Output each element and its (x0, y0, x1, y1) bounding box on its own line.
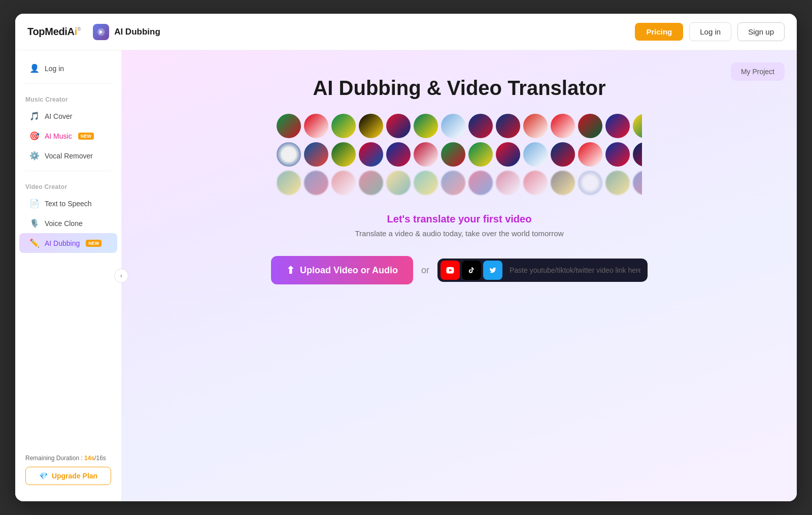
body-wrap: 👤 Log in Music Creator 🎵 AI Cover 🎯 AI M… (15, 50, 797, 501)
sidebar: 👤 Log in Music Creator 🎵 AI Cover 🎯 AI M… (15, 50, 122, 501)
remaining-used: 14s (84, 455, 94, 462)
flag-37 (386, 171, 411, 195)
product-name: AI Dubbing (114, 27, 160, 37)
login-button[interactable]: Log in (689, 22, 731, 41)
subtitle: Let's translate your first video (387, 213, 532, 225)
flag-19 (331, 142, 356, 167)
sidebar-item-vocal-remover[interactable]: ⚙️ Vocal Remover (19, 146, 117, 166)
flag-3 (331, 114, 356, 138)
flags-row-1 (277, 114, 642, 138)
flag-12 (578, 114, 602, 138)
sidebar-item-voice-clone[interactable]: 🎙️ Voice Clone (19, 213, 117, 233)
user-icon: 👤 (29, 63, 40, 73)
sidebar-bottom: Remaining Duration : 14s/16s 💎 Upgrade P… (15, 446, 121, 493)
ai-dubbing-badge: NEW (86, 240, 101, 247)
flag-39 (441, 171, 465, 195)
flags-area (277, 114, 642, 199)
ai-music-label: AI Music (45, 132, 72, 140)
flag-25 (496, 142, 520, 167)
flag-46 (633, 171, 642, 195)
flag-35 (331, 171, 356, 195)
flag-28 (578, 142, 602, 167)
flags-row-2 (277, 142, 642, 167)
flag-24 (468, 142, 493, 167)
flag-36 (359, 171, 383, 195)
header-product: AI Dubbing (93, 24, 160, 40)
sidebar-item-login[interactable]: 👤 Log in (19, 58, 117, 78)
video-creator-section: Video Creator (15, 176, 121, 194)
ai-music-icon: 🎯 (29, 131, 40, 141)
flag-22 (414, 142, 438, 167)
gem-icon: 💎 (39, 472, 48, 480)
divider-1 (25, 83, 111, 84)
vocal-remover-label: Vocal Remover (45, 152, 93, 160)
vocal-icon: ⚙️ (29, 151, 40, 160)
header: TopMediAi® AI Dubbing Pricing Log in Sig… (15, 14, 797, 50)
voice-clone-icon: 🎙️ (29, 218, 40, 228)
flag-9 (496, 114, 520, 138)
signup-button[interactable]: Sign up (737, 22, 785, 41)
flag-20 (359, 142, 383, 167)
app-window: TopMediAi® AI Dubbing Pricing Log in Sig… (15, 14, 797, 501)
pricing-button[interactable]: Pricing (635, 23, 683, 41)
header-actions: Pricing Log in Sign up (635, 22, 785, 41)
flag-4 (359, 114, 383, 138)
remaining-duration: Remaining Duration : 14s/16s (25, 455, 111, 462)
sidebar-login-label: Log in (45, 65, 64, 73)
flag-10 (523, 114, 548, 138)
flag-29 (605, 142, 630, 167)
upload-section: ⬆ Upload Video or Audio or (271, 256, 648, 284)
sidebar-item-text-to-speech[interactable]: 📄 Text to Speech (19, 194, 117, 213)
flags-row-3 (277, 171, 642, 195)
page-title: AI Dubbing & Video Translator (313, 77, 605, 100)
paste-input[interactable] (505, 259, 648, 281)
ai-music-badge: NEW (78, 133, 94, 140)
divider-2 (25, 171, 111, 171)
flag-38 (414, 171, 438, 195)
ai-cover-label: AI Cover (45, 112, 72, 120)
upload-icon: ⬆ (286, 264, 295, 276)
product-icon (93, 24, 109, 40)
flag-2 (304, 114, 328, 138)
flag-27 (551, 142, 575, 167)
dubbing-icon: ✏️ (29, 238, 40, 248)
upgrade-label: Upgrade Plan (52, 472, 97, 480)
flag-41 (496, 171, 520, 195)
flag-45 (605, 171, 630, 195)
flag-33 (277, 171, 301, 195)
text-to-speech-label: Text to Speech (45, 200, 92, 208)
speech-icon: 📄 (29, 199, 40, 208)
flag-5 (386, 114, 411, 138)
flag-7 (441, 114, 465, 138)
flag-11 (551, 114, 575, 138)
flag-42 (523, 171, 548, 195)
sidebar-item-ai-dubbing[interactable]: ✏️ AI Dubbing NEW (19, 233, 117, 253)
sidebar-item-ai-cover[interactable]: 🎵 AI Cover (19, 106, 117, 126)
remaining-total: 16s (96, 455, 106, 462)
flag-34 (304, 171, 328, 195)
flag-43 (551, 171, 575, 195)
flag-30 (633, 142, 642, 167)
music-note-icon: 🎵 (29, 111, 40, 121)
upload-label: Upload Video or Audio (300, 265, 398, 276)
logo: TopMediAi® (27, 26, 81, 38)
my-project-button[interactable]: My Project (731, 62, 785, 81)
or-text: or (421, 265, 429, 276)
flag-13 (605, 114, 630, 138)
logo-badge: ® (77, 26, 81, 32)
flag-21 (386, 142, 411, 167)
sidebar-collapse-button[interactable]: ‹ (114, 269, 128, 283)
voice-clone-label: Voice Clone (45, 219, 83, 228)
upgrade-button[interactable]: 💎 Upgrade Plan (25, 467, 111, 485)
music-creator-section: Music Creator (15, 89, 121, 106)
upload-button[interactable]: ⬆ Upload Video or Audio (271, 256, 413, 284)
sidebar-item-ai-music[interactable]: 🎯 AI Music NEW (19, 126, 117, 146)
twitter-icon (483, 261, 502, 280)
flag-44 (578, 171, 602, 195)
flag-18 (304, 142, 328, 167)
flag-6 (414, 114, 438, 138)
tiktok-icon (462, 261, 481, 280)
flag-40 (468, 171, 493, 195)
flag-23 (441, 142, 465, 167)
flag-17 (277, 142, 301, 167)
